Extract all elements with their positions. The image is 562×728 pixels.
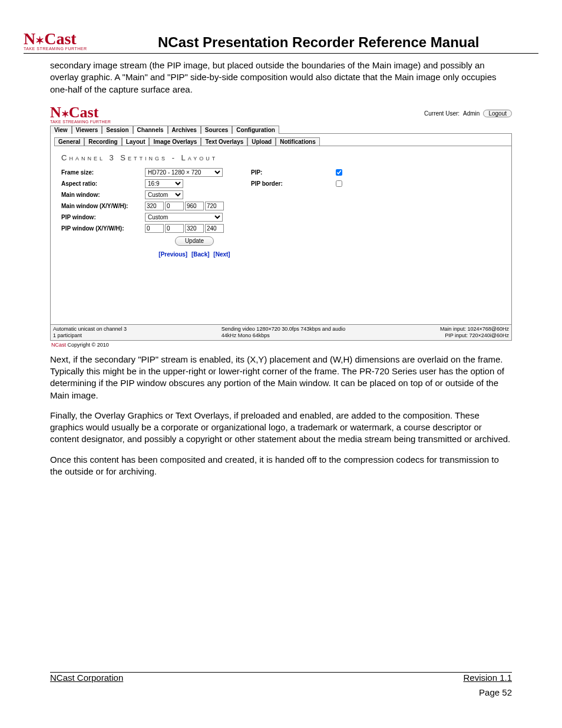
main-h-input[interactable] bbox=[205, 202, 224, 210]
pip-y-input[interactable] bbox=[165, 224, 184, 233]
paragraph-4: Once this content has been composited an… bbox=[50, 454, 512, 478]
main-tab-row: View Viewers Session Channels Archives S… bbox=[50, 125, 512, 134]
nav-links: [Previous] [Back] [Next] bbox=[156, 251, 233, 258]
tab-channels[interactable]: Channels bbox=[133, 126, 168, 134]
back-link[interactable]: [Back] bbox=[191, 251, 210, 258]
tab-archives[interactable]: Archives bbox=[168, 126, 201, 134]
paragraph-2: Next, if the secondary "PIP" stream is e… bbox=[50, 354, 512, 401]
label-frame-size: Frame size: bbox=[61, 169, 144, 176]
channel-panel: General Recording Layout Image Overlays … bbox=[50, 134, 512, 341]
tab-view[interactable]: View bbox=[50, 126, 72, 134]
label-pip: PIP: bbox=[251, 169, 298, 176]
status-middle: Sending video 1280×720 30.0fps 743kbps a… bbox=[222, 326, 345, 339]
pip-x-input[interactable] bbox=[145, 224, 164, 233]
pip-w-input[interactable] bbox=[185, 224, 204, 233]
status-right: Main input: 1024×768@60Hz PIP input: 720… bbox=[440, 326, 509, 339]
current-user-area: Current User: Admin Logout bbox=[424, 110, 512, 117]
label-pip-window: PIP window: bbox=[61, 214, 144, 220]
logo-tagline: TAKE STREAMING FURTHER bbox=[24, 47, 87, 51]
logout-button[interactable]: Logout bbox=[483, 110, 512, 117]
label-main-window: Main window: bbox=[61, 192, 144, 198]
page-number: Page 52 bbox=[24, 687, 512, 697]
label-aspect-ratio: Aspect ratio: bbox=[61, 180, 144, 187]
current-user-label: Current User: bbox=[424, 110, 459, 117]
section-title: Channel 3 Settings - Layout bbox=[61, 153, 511, 162]
pip-checkbox[interactable] bbox=[336, 169, 342, 176]
frame-size-select[interactable]: HD720 - 1280 × 720 bbox=[145, 168, 223, 177]
tab-configuration[interactable]: Configuration bbox=[232, 126, 279, 134]
subtab-text-overlays[interactable]: Text Overlays bbox=[201, 137, 247, 146]
next-link[interactable]: [Next] bbox=[213, 251, 230, 258]
main-y-input[interactable] bbox=[165, 202, 184, 210]
subtab-notifications[interactable]: Notifications bbox=[276, 137, 320, 146]
page-footer: NCast Corporation Revision 1.1 bbox=[50, 672, 512, 683]
embedded-screenshot: N✶Cast TAKE STREAMING FURTHER Current Us… bbox=[50, 104, 512, 348]
tab-sources[interactable]: Sources bbox=[201, 126, 232, 134]
subtab-image-overlays[interactable]: Image Overlays bbox=[149, 137, 201, 146]
pip-h-input[interactable] bbox=[205, 224, 224, 233]
label-main-xywh: Main window (X/Y/W/H): bbox=[61, 203, 144, 209]
footer-right: Revision 1.1 bbox=[463, 673, 512, 683]
pip-border-checkbox[interactable] bbox=[336, 180, 342, 187]
tab-viewers[interactable]: Viewers bbox=[72, 126, 103, 134]
subtab-layout[interactable]: Layout bbox=[122, 137, 150, 146]
sub-tab-row: General Recording Layout Image Overlays … bbox=[54, 137, 511, 146]
current-user-name: Admin bbox=[463, 110, 480, 117]
subtab-recording[interactable]: Recording bbox=[84, 137, 121, 146]
page-header: N✶Cast TAKE STREAMING FURTHER NCast Pres… bbox=[24, 29, 538, 54]
aspect-ratio-select[interactable]: 16:9 bbox=[145, 179, 183, 188]
label-pip-border: PIP border: bbox=[251, 180, 298, 187]
ss-logo: N✶Cast TAKE STREAMING FURTHER bbox=[50, 104, 111, 124]
paragraph-1: secondary image stream (the PIP image, b… bbox=[50, 60, 512, 95]
footer-left: NCast Corporation bbox=[50, 673, 123, 683]
ncast-logo: N✶Cast TAKE STREAMING FURTHER bbox=[24, 29, 87, 51]
tab-session[interactable]: Session bbox=[102, 126, 133, 134]
label-pip-xywh: PIP window (X/Y/W/H): bbox=[61, 225, 144, 232]
main-w-input[interactable] bbox=[185, 202, 204, 210]
document-title: NCast Presentation Recorder Reference Ma… bbox=[99, 34, 538, 51]
main-x-input[interactable] bbox=[145, 202, 164, 210]
status-bar: Automatic unicast on channel 3 1 partici… bbox=[51, 324, 511, 340]
ss-copyright: NCast Copyright © 2010 bbox=[51, 342, 512, 348]
prev-link[interactable]: [Previous] bbox=[158, 251, 187, 258]
paragraph-3: Finally, the Overlay Graphics or Text Ov… bbox=[50, 410, 512, 446]
pip-window-select[interactable]: Custom bbox=[145, 213, 223, 222]
update-button[interactable]: Update bbox=[175, 236, 214, 246]
main-window-select[interactable]: Custom bbox=[145, 190, 183, 199]
status-left: Automatic unicast on channel 3 1 partici… bbox=[53, 326, 127, 339]
subtab-upload[interactable]: Upload bbox=[247, 137, 276, 146]
subtab-general[interactable]: General bbox=[54, 137, 84, 146]
